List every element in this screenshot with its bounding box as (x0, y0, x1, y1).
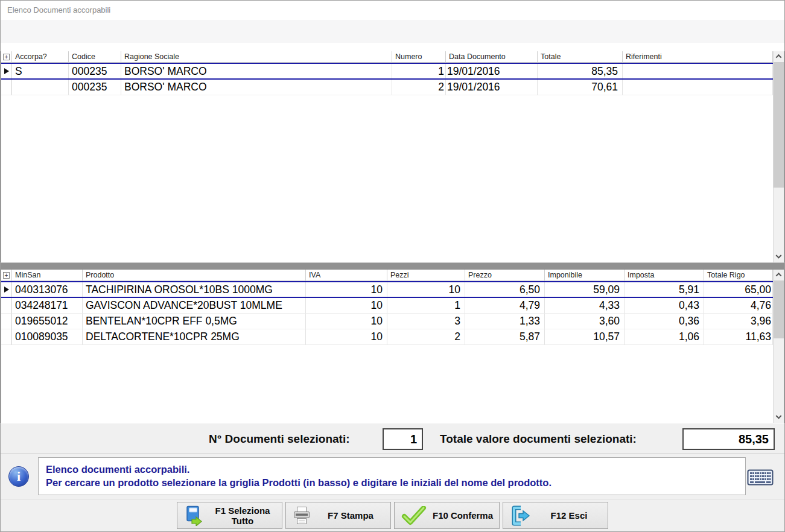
cell-totale-rigo: 11,63 (704, 329, 773, 345)
grid-splitter[interactable] (1, 262, 784, 270)
cell-prodotto: DELTACORTENE*10CPR 25MG (83, 329, 306, 345)
col-data-documento[interactable]: Data Documento (446, 51, 538, 63)
products-vertical-scrollbar[interactable] (773, 270, 784, 423)
col-iva[interactable]: IVA (306, 270, 387, 281)
col-prodotto[interactable]: Prodotto (83, 270, 306, 281)
window-title: Elenco Documenti accorpabili (7, 5, 110, 14)
scrollbar-thumb[interactable] (774, 280, 784, 338)
products-grid-header: MinSan Prodotto IVA Pezzi Prezzo Imponib… (1, 270, 773, 281)
button-label: F7 Stampa (311, 510, 390, 521)
product-row-selected[interactable]: 040313076 TACHIPIRINA OROSOL*10BS 1000MG… (1, 281, 773, 298)
f10-conferma-button[interactable]: F10 Conferma (394, 502, 500, 529)
cell-accorpa (12, 80, 69, 95)
product-row[interactable]: 019655012 BENTELAN*10CPR EFF 0,5MG 10 3 … (1, 314, 773, 329)
col-codice[interactable]: Codice (69, 51, 121, 63)
scrollbar-thumb[interactable] (774, 62, 784, 188)
cell-data-documento: 19/01/2016 (446, 80, 538, 95)
cell-imponibile: 59,09 (545, 282, 625, 297)
chevron-up-icon (776, 54, 782, 60)
cell-iva: 10 (306, 282, 387, 297)
col-totale[interactable]: Totale (538, 51, 623, 63)
cell-numero: 1 (392, 64, 446, 78)
button-label: F12 Esci (530, 510, 608, 521)
cell-prezzo: 1,33 (465, 314, 545, 329)
scroll-up-button[interactable] (774, 51, 784, 62)
cell-totale-rigo: 4,76 (704, 298, 773, 314)
cell-pezzi: 2 (387, 329, 465, 345)
cell-minsan: 034248171 (12, 298, 83, 314)
col-totale-rigo[interactable]: Totale Rigo (704, 270, 773, 281)
expand-all-cell[interactable] (1, 51, 12, 63)
col-numero[interactable]: Numero (392, 51, 446, 63)
toolbar-strip (1, 20, 784, 43)
cell-ragione-sociale: BORSO' MARCO (121, 64, 392, 78)
button-label: F1 Seleziona Tutto (203, 505, 282, 526)
f1-seleziona-tutto-button[interactable]: F1 Seleziona Tutto (177, 502, 282, 529)
cell-data-documento: 19/01/2016 (446, 64, 538, 78)
document-row-selected[interactable]: S 000235 BORSO' MARCO 1 19/01/2016 85,35 (1, 63, 773, 80)
cell-numero: 2 (392, 80, 446, 95)
info-message-box: Elenco documenti accorpabili. Per cercar… (38, 457, 746, 495)
product-row[interactable]: 010089035 DELTACORTENE*10CPR 25MG 10 2 5… (1, 329, 773, 345)
selected-docs-count: 1 (383, 428, 423, 450)
button-bar: F1 Seleziona Tutto F7 Stampa (1, 499, 784, 532)
cell-totale: 70,61 (538, 80, 623, 95)
col-prezzo[interactable]: Prezzo (465, 270, 545, 281)
col-riferimenti[interactable]: Riferimenti (623, 51, 773, 63)
scroll-down-button[interactable] (774, 413, 784, 423)
confirm-check-icon (401, 506, 427, 525)
col-imposta[interactable]: Imposta (625, 270, 704, 281)
col-ragione-sociale[interactable]: Ragione Sociale (121, 51, 392, 63)
cell-pezzi: 1 (387, 298, 465, 314)
cell-prezzo: 4,79 (465, 298, 545, 314)
col-pezzi[interactable]: Pezzi (387, 270, 465, 281)
f7-stampa-button[interactable]: F7 Stampa (285, 502, 391, 529)
cell-iva: 10 (306, 329, 387, 345)
info-line-2: Per cercare un prodotto selezionare la g… (46, 476, 738, 489)
cell-imposta: 0,36 (625, 314, 704, 329)
cell-riferimenti (623, 64, 773, 78)
info-strip: Elenco documenti accorpabili. Per cercar… (1, 454, 784, 499)
selected-docs-label: N° Documenti selezionati: (209, 432, 350, 446)
col-imponibile[interactable]: Imponibile (545, 270, 625, 281)
cell-minsan: 010089035 (12, 329, 83, 345)
summary-strip: N° Documenti selezionati: 1 Totale valor… (1, 423, 784, 454)
f12-esci-button[interactable]: F12 Esci (503, 502, 608, 529)
product-row[interactable]: 034248171 GAVISCON ADVANCE*20BUST 10MLME… (1, 298, 773, 314)
documents-vertical-scrollbar[interactable] (773, 51, 784, 262)
cell-prodotto: TACHIPIRINA OROSOL*10BS 1000MG (83, 282, 306, 297)
cell-minsan: 019655012 (12, 314, 83, 329)
cell-iva: 10 (306, 298, 387, 314)
cell-prodotto: BENTELAN*10CPR EFF 0,5MG (83, 314, 306, 329)
expand-all-icon[interactable] (3, 54, 10, 60)
exit-arrow-icon (510, 505, 530, 526)
chevron-up-icon (776, 273, 782, 279)
current-row-indicator (4, 287, 9, 293)
scroll-up-button[interactable] (774, 270, 784, 280)
cell-iva: 10 (306, 314, 387, 329)
cell-prodotto: GAVISCON ADVANCE*20BUST 10MLME (83, 298, 306, 314)
keyboard-icon[interactable] (747, 468, 774, 489)
scroll-down-button[interactable] (774, 252, 784, 262)
products-grid: MinSan Prodotto IVA Pezzi Prezzo Imponib… (1, 270, 784, 423)
info-line-1: Elenco documenti accorpabili. (46, 463, 738, 476)
expand-all-cell[interactable] (1, 270, 12, 281)
cell-totale: 85,35 (538, 64, 623, 78)
cell-riferimenti (623, 80, 773, 95)
cell-ragione-sociale: BORSO' MARCO (121, 80, 392, 95)
chevron-down-icon (776, 413, 782, 419)
cell-imponibile: 4,33 (545, 298, 625, 314)
window: Elenco Documenti accorpabili Accorpa? Co… (0, 0, 785, 532)
cell-totale-rigo: 65,00 (704, 282, 773, 297)
col-accorpa[interactable]: Accorpa? (12, 51, 69, 63)
documents-grid: Accorpa? Codice Ragione Sociale Numero D… (1, 51, 784, 262)
col-minsan[interactable]: MinSan (12, 270, 83, 281)
cell-codice: 000235 (69, 64, 121, 78)
cell-imponibile: 3,60 (545, 314, 625, 329)
expand-all-icon[interactable] (3, 272, 10, 279)
selected-total-value: 85,35 (682, 428, 775, 450)
cell-codice: 000235 (69, 80, 121, 95)
cell-imposta: 1,06 (625, 329, 704, 345)
info-icon (8, 466, 29, 487)
document-row[interactable]: 000235 BORSO' MARCO 2 19/01/2016 70,61 (1, 80, 773, 95)
